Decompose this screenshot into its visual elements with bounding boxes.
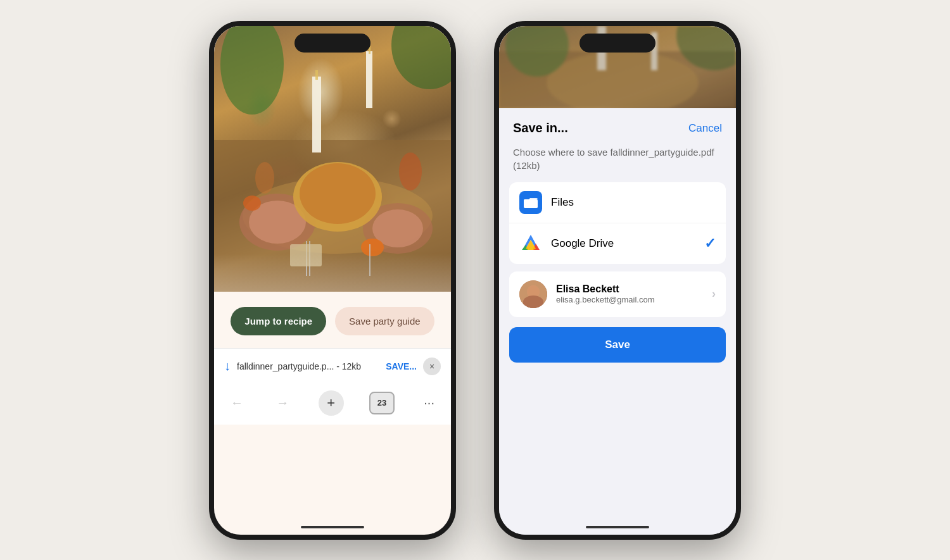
download-save-button[interactable]: SAVE... <box>386 361 417 371</box>
svg-point-34 <box>519 280 547 308</box>
account-avatar <box>519 280 547 308</box>
svg-rect-11 <box>315 70 318 80</box>
sheet-subtitle: Choose where to save falldinner_partygui… <box>499 143 736 182</box>
svg-rect-21 <box>290 244 322 266</box>
account-email: elisa.g.beckett@gmail.com <box>556 295 703 304</box>
svg-rect-10 <box>312 77 321 152</box>
files-icon <box>519 191 542 214</box>
sheet-title: Save in... <box>513 121 568 135</box>
svg-rect-28 <box>499 26 736 108</box>
forward-button[interactable]: → <box>272 392 293 414</box>
tabs-button[interactable]: 23 <box>369 392 395 414</box>
google-drive-label: Google Drive <box>551 237 695 250</box>
svg-point-35 <box>527 285 540 298</box>
svg-point-17 <box>391 26 451 89</box>
browser-toolbar: ← → + 23 ··· <box>214 384 451 425</box>
files-label: Files <box>551 196 716 209</box>
back-button[interactable]: ← <box>227 392 247 414</box>
svg-point-7 <box>300 163 376 224</box>
action-buttons: Jump to recipe Save party guide <box>214 292 451 348</box>
download-filename: falldinner_partyguide.p... - 12kb <box>237 361 379 371</box>
svg-rect-29 <box>524 199 538 208</box>
svg-rect-20 <box>369 244 370 276</box>
svg-point-36 <box>523 301 543 308</box>
selected-checkmark: ✓ <box>704 235 716 252</box>
save-location-options: Files Google Drive <box>509 182 726 264</box>
account-name: Elisa Beckett <box>556 283 703 295</box>
phone-left: Jump to recipe Save party guide ↓ falldi… <box>209 21 456 540</box>
food-bg-top <box>499 26 736 108</box>
svg-point-9 <box>243 196 261 211</box>
svg-point-15 <box>255 162 274 194</box>
save-button[interactable]: Save <box>509 327 726 363</box>
google-drive-icon <box>519 232 542 255</box>
svg-point-16 <box>220 26 284 115</box>
chevron-right-icon: › <box>712 287 716 301</box>
jump-to-recipe-button[interactable]: Jump to recipe <box>231 307 326 335</box>
download-close-button[interactable]: × <box>423 358 441 375</box>
phone-right: Save in... Cancel Choose where to save f… <box>494 21 741 540</box>
account-option[interactable]: Elisa Beckett elisa.g.beckett@gmail.com … <box>509 271 726 317</box>
save-party-guide-button[interactable]: Save party guide <box>335 307 434 335</box>
files-option[interactable]: Files <box>509 182 726 223</box>
account-info: Elisa Beckett elisa.g.beckett@gmail.com <box>556 283 703 304</box>
sheet-header: Save in... Cancel <box>499 108 736 143</box>
new-tab-button[interactable]: + <box>319 390 344 416</box>
svg-rect-13 <box>369 46 370 54</box>
download-bar: ↓ falldinner_partyguide.p... - 12kb SAVE… <box>214 348 451 384</box>
svg-point-14 <box>399 152 422 190</box>
more-button[interactable]: ··· <box>420 392 438 414</box>
google-drive-option[interactable]: Google Drive ✓ <box>509 223 726 264</box>
download-icon: ↓ <box>224 359 231 373</box>
food-photo <box>214 26 451 292</box>
cancel-button[interactable]: Cancel <box>688 122 722 135</box>
save-sheet: Save in... Cancel Choose where to save f… <box>499 108 736 535</box>
svg-point-8 <box>361 239 384 256</box>
svg-rect-12 <box>366 51 372 108</box>
